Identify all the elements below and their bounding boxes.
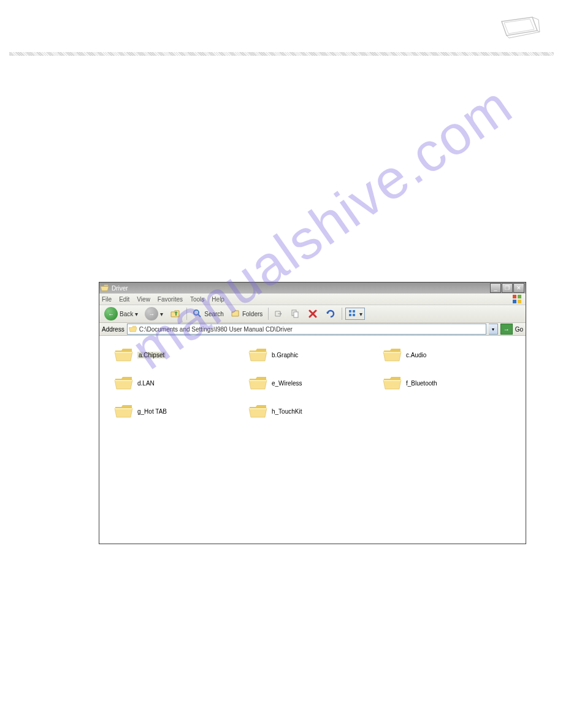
menu-favorites[interactable]: Favorites xyxy=(158,296,183,303)
folder-up-icon xyxy=(170,308,181,319)
undo-button[interactable] xyxy=(323,307,339,320)
folder-label: b.Graphic xyxy=(272,352,298,358)
svg-point-4 xyxy=(194,310,199,315)
views-button[interactable]: ▾ xyxy=(345,308,365,320)
search-button[interactable]: Search xyxy=(190,308,226,320)
folder-item[interactable]: g_Hot TAB xyxy=(114,403,242,419)
address-label: Address xyxy=(102,326,124,333)
forward-icon: → xyxy=(145,307,158,320)
svg-rect-9 xyxy=(349,314,351,316)
go-arrow-icon: → xyxy=(504,326,510,333)
svg-rect-6 xyxy=(294,312,298,317)
svg-rect-3 xyxy=(518,300,521,303)
svg-rect-1 xyxy=(518,295,521,298)
views-icon xyxy=(348,309,358,319)
menu-help[interactable]: Help xyxy=(212,296,224,303)
folder-label: d.LAN xyxy=(137,380,155,387)
go-label: Go xyxy=(515,326,523,333)
menu-tools[interactable]: Tools xyxy=(190,296,204,303)
delete-x-icon xyxy=(307,308,318,319)
address-dropdown[interactable]: ▾ xyxy=(489,324,498,335)
back-button[interactable]: ← Back ▾ xyxy=(102,306,140,322)
folder-icon xyxy=(114,403,134,419)
folders-button[interactable]: Folders xyxy=(228,308,265,320)
window-titlebar[interactable]: Driver _ ❐ ✕ xyxy=(99,282,526,294)
svg-rect-8 xyxy=(353,310,355,313)
rugged-tablet-icon xyxy=(496,12,545,43)
delete-button[interactable] xyxy=(305,307,321,320)
folder-icon xyxy=(114,347,134,363)
address-input[interactable]: C:\Documents and Settings\I980 User Manu… xyxy=(127,324,486,335)
search-label: Search xyxy=(204,311,224,317)
address-path: C:\Documents and Settings\I980 User Manu… xyxy=(139,326,293,333)
windows-flag-icon[interactable] xyxy=(511,294,523,304)
minimize-button[interactable]: _ xyxy=(490,283,501,293)
explorer-window: Driver _ ❐ ✕ File Edit View Favorites To… xyxy=(99,282,526,544)
svg-rect-7 xyxy=(349,310,351,313)
address-bar: Address C:\Documents and Settings\I980 U… xyxy=(99,323,526,336)
folder-label: g_Hot TAB xyxy=(137,408,167,415)
chevron-down-icon: ▾ xyxy=(359,311,362,317)
copy-to-icon xyxy=(291,309,301,319)
folder-item[interactable]: c.Audio xyxy=(383,347,511,363)
up-button[interactable] xyxy=(167,307,183,320)
folder-icon xyxy=(383,347,402,363)
folder-icon xyxy=(383,375,402,391)
folder-icon xyxy=(114,375,134,391)
folder-item[interactable]: a.Chipset xyxy=(114,347,242,363)
menu-edit[interactable]: Edit xyxy=(119,296,129,303)
forward-button[interactable]: → ▾ xyxy=(142,306,166,322)
folder-label: e_Wireless xyxy=(272,380,302,387)
undo-icon xyxy=(325,308,336,319)
folder-icon xyxy=(248,347,268,363)
svg-rect-10 xyxy=(353,314,355,316)
folder-label: a.Chipset xyxy=(137,352,166,358)
folder-item[interactable]: b.Graphic xyxy=(248,347,377,363)
search-icon xyxy=(193,309,202,319)
folder-content-pane[interactable]: a.Chipsetb.Graphicc.Audiod.LANe_Wireless… xyxy=(99,336,526,544)
folder-label: f_Bluetooth xyxy=(406,380,437,387)
folder-open-icon xyxy=(129,325,137,333)
window-title: Driver xyxy=(112,285,128,292)
go-button[interactable]: → xyxy=(500,324,513,335)
folders-icon xyxy=(231,309,240,319)
folders-label: Folders xyxy=(242,311,262,317)
move-to-icon xyxy=(274,309,284,319)
folder-item[interactable]: e_Wireless xyxy=(248,375,377,391)
folder-item[interactable]: d.LAN xyxy=(114,375,242,391)
maximize-button[interactable]: ❐ xyxy=(502,283,513,293)
svg-rect-2 xyxy=(513,300,516,303)
folder-item[interactable]: h_TouchKit xyxy=(248,403,377,419)
chevron-down-icon: ▾ xyxy=(160,311,163,317)
menu-file[interactable]: File xyxy=(102,296,112,303)
menubar: File Edit View Favorites Tools Help xyxy=(99,294,526,305)
page-device-illustration xyxy=(496,12,545,44)
window-controls: _ ❐ ✕ xyxy=(490,283,524,293)
folder-open-icon xyxy=(101,284,109,292)
folder-icon xyxy=(248,403,268,419)
chevron-down-icon: ▾ xyxy=(135,311,138,317)
back-label: Back xyxy=(120,311,133,317)
page-separator xyxy=(9,52,554,56)
toolbar: ← Back ▾ → ▾ Search Folders xyxy=(99,305,526,323)
svg-rect-0 xyxy=(513,295,516,298)
close-button[interactable]: ✕ xyxy=(513,283,524,293)
folder-icon xyxy=(248,375,268,391)
back-icon: ← xyxy=(104,307,118,320)
folder-label: h_TouchKit xyxy=(272,408,302,415)
move-to-button[interactable] xyxy=(272,308,286,320)
folder-label: c.Audio xyxy=(406,352,426,358)
folder-item[interactable]: f_Bluetooth xyxy=(383,375,511,391)
copy-to-button[interactable] xyxy=(288,308,303,320)
menu-view[interactable]: View xyxy=(137,296,150,303)
